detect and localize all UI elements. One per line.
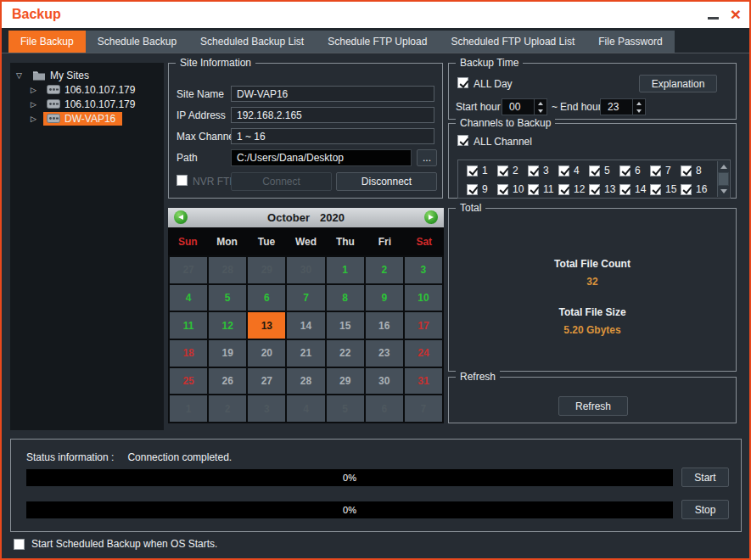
expand-icon[interactable]: [31, 115, 43, 123]
channel-checkbox-1[interactable]: 1: [467, 165, 488, 176]
spin-up-icon[interactable]: [535, 99, 546, 107]
calendar-day[interactable]: 27: [170, 257, 207, 283]
channel-checkbox-13[interactable]: 13: [589, 183, 615, 195]
calendar-day[interactable]: 8: [327, 285, 364, 311]
spin-down-icon[interactable]: [535, 107, 546, 115]
scroll-up-icon[interactable]: [718, 161, 729, 172]
calendar-day[interactable]: 16: [366, 312, 403, 339]
spin-up-icon[interactable]: [633, 99, 645, 107]
tab-file-backup[interactable]: File Backup: [8, 31, 86, 53]
channel-checkbox-6[interactable]: 6: [619, 165, 641, 176]
calendar-day[interactable]: 7: [405, 395, 442, 422]
tree-root-my-sites[interactable]: My Sites: [10, 68, 164, 82]
channel-checkbox-14[interactable]: 14: [619, 183, 646, 195]
start-on-os-start-option[interactable]: Start Scheduled Backup when OS Starts.: [14, 538, 217, 550]
calendar-day[interactable]: 3: [248, 395, 285, 422]
scroll-down-icon[interactable]: [718, 186, 729, 197]
scrollbar-thumb[interactable]: [719, 173, 728, 185]
calendar-day[interactable]: 14: [287, 312, 324, 339]
calendar-day[interactable]: 6: [248, 285, 285, 311]
spin-down-icon[interactable]: [633, 107, 645, 115]
os-start-checkbox[interactable]: [14, 539, 25, 550]
disconnect-button[interactable]: Disconnect: [336, 172, 437, 191]
calendar-day[interactable]: 28: [209, 257, 246, 283]
browse-path-button[interactable]: ...: [417, 149, 437, 166]
calendar-day[interactable]: 19: [209, 340, 246, 367]
max-channel-input[interactable]: [231, 128, 434, 144]
channel-checkbox-2[interactable]: 2: [497, 165, 518, 176]
calendar-day[interactable]: 22: [327, 340, 364, 367]
tab-schedule-ftp-upload[interactable]: Schedule FTP Upload: [316, 31, 439, 53]
all-day-checkbox[interactable]: [457, 77, 468, 88]
previous-month-button[interactable]: [174, 210, 188, 224]
channel-checkbox-12[interactable]: 12: [558, 183, 585, 195]
calendar-day[interactable]: 30: [287, 257, 324, 283]
tree-site-106-10-107-179[interactable]: 106.10.107.179: [10, 97, 164, 111]
site-name-input[interactable]: [231, 86, 434, 102]
channel-checkbox-11[interactable]: 11: [528, 183, 553, 195]
calendar-day[interactable]: 17: [405, 312, 442, 339]
calendar-day[interactable]: 11: [170, 312, 207, 339]
channel-checkbox-5[interactable]: 5: [589, 165, 610, 176]
calendar-day[interactable]: 28: [287, 368, 324, 395]
calendar-day[interactable]: 29: [248, 257, 285, 283]
close-button[interactable]: ×: [731, 3, 741, 26]
expand-icon[interactable]: [31, 86, 43, 94]
tab-scheduled-backup-list[interactable]: Scheduled Backup List: [188, 31, 316, 53]
calendar-day[interactable]: 24: [405, 340, 442, 367]
channel-checkbox-15[interactable]: 15: [650, 183, 676, 195]
calendar-day[interactable]: 4: [170, 285, 207, 311]
end-hour-value[interactable]: 23: [601, 99, 632, 115]
calendar-day[interactable]: 13: [248, 312, 285, 339]
calendar-day[interactable]: 31: [405, 368, 442, 395]
calendar-day[interactable]: 3: [405, 257, 442, 283]
tree-site-dw-vap16[interactable]: DW-VAP16: [10, 111, 164, 126]
start-button[interactable]: Start: [681, 468, 729, 487]
calendar-day[interactable]: 5: [327, 395, 364, 422]
channel-checkbox-10[interactable]: 10: [497, 183, 524, 195]
tab-file-password[interactable]: File Password: [586, 31, 674, 53]
calendar-day[interactable]: 18: [170, 340, 207, 367]
calendar-day[interactable]: 12: [209, 312, 246, 339]
calendar-day[interactable]: 1: [170, 395, 207, 422]
minimize-button[interactable]: [708, 17, 719, 20]
channel-checkbox-8[interactable]: 8: [681, 165, 702, 176]
calendar-day[interactable]: 29: [327, 368, 364, 395]
channel-checkbox-7[interactable]: 7: [650, 165, 671, 176]
channel-checkbox-3[interactable]: 3: [528, 165, 549, 176]
tab-scheduled-ftp-upload-list[interactable]: Scheduled FTP Upload List: [439, 31, 586, 53]
calendar-day[interactable]: 2: [209, 395, 246, 422]
calendar-day[interactable]: 10: [405, 285, 442, 311]
calendar-day[interactable]: 15: [327, 312, 364, 339]
channel-checkbox-9[interactable]: 9: [467, 183, 488, 195]
calendar-day[interactable]: 7: [287, 285, 324, 311]
channel-checkbox-4[interactable]: 4: [558, 165, 580, 176]
expand-icon[interactable]: [31, 100, 43, 109]
start-hour-value[interactable]: 00: [502, 99, 534, 115]
calendar-day[interactable]: 26: [209, 368, 246, 395]
calendar-day[interactable]: 25: [170, 368, 207, 395]
calendar-day[interactable]: 5: [209, 285, 246, 311]
refresh-button[interactable]: Refresh: [558, 396, 628, 416]
ip-address-input[interactable]: [231, 107, 434, 123]
calendar-day[interactable]: 2: [366, 257, 403, 283]
tree-site-106-10-107-179[interactable]: 106.10.107.179: [10, 82, 164, 97]
tab-schedule-backup[interactable]: Schedule Backup: [86, 31, 188, 53]
channel-checkbox-16[interactable]: 16: [681, 183, 707, 195]
calendar-day[interactable]: 1: [327, 257, 364, 283]
calendar-day[interactable]: 6: [366, 395, 403, 422]
stop-button[interactable]: Stop: [681, 500, 729, 519]
all-channel-checkbox[interactable]: [457, 135, 468, 146]
start-hour-spinner[interactable]: 00: [502, 98, 547, 115]
calendar-day[interactable]: 4: [287, 395, 324, 422]
path-input[interactable]: [231, 149, 412, 166]
calendar-day[interactable]: 9: [366, 285, 403, 311]
calendar-day[interactable]: 27: [248, 368, 285, 395]
calendar-day[interactable]: 21: [287, 340, 324, 367]
calendar-day[interactable]: 30: [366, 368, 403, 395]
collapse-icon[interactable]: [16, 71, 29, 80]
explanation-button[interactable]: Explanation: [639, 75, 717, 92]
calendar-day[interactable]: 23: [366, 340, 403, 367]
calendar-day[interactable]: 20: [248, 340, 285, 367]
next-month-button[interactable]: [424, 210, 438, 224]
